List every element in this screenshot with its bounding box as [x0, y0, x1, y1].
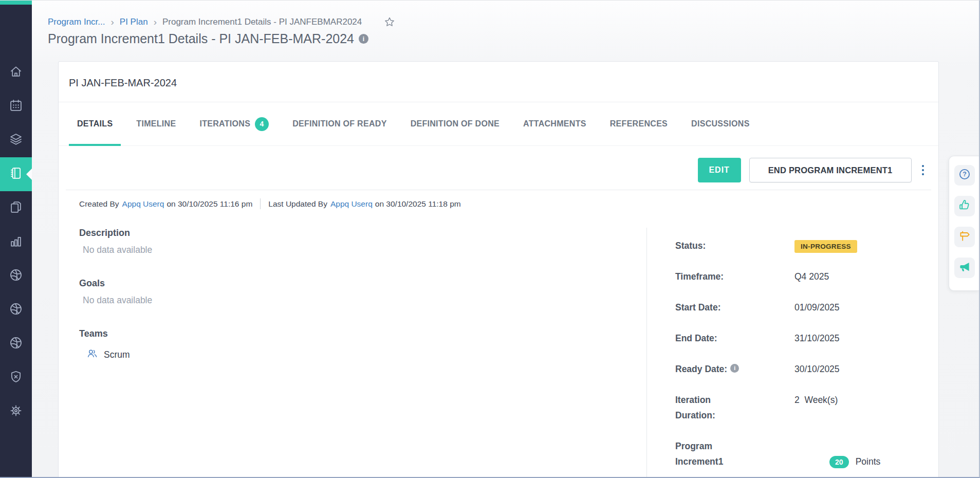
help-button[interactable]: ? — [954, 165, 975, 186]
sidebar — [0, 1, 32, 477]
sphere-icon — [9, 302, 23, 318]
svg-text:?: ? — [963, 171, 967, 178]
sidebar-item-notebook-active[interactable] — [0, 157, 32, 191]
property-row-end-date: End Date: 31/10/2025 — [675, 330, 938, 346]
sidebar-nav — [0, 56, 32, 429]
tab-attachments[interactable]: ATTACHMENTS — [515, 102, 595, 145]
end-date-value: 31/10/2025 — [794, 330, 840, 346]
sidebar-item-layers[interactable] — [0, 123, 32, 157]
guide-button[interactable] — [954, 227, 975, 247]
created-updated-line: Created By Appq Userq on 30/10/2025 11:1… — [59, 190, 938, 209]
updated-on-text: on 30/10/2025 11:18 pm — [375, 199, 461, 209]
start-date-label: Start Date: — [675, 300, 752, 315]
tab-details[interactable]: DETAILS — [69, 102, 121, 145]
sidebar-item-settings[interactable] — [0, 395, 32, 429]
team-users-icon — [86, 347, 98, 362]
timeframe-label: Timeframe: — [675, 269, 752, 284]
sidebar-item-reports[interactable] — [0, 225, 32, 259]
favorite-star-icon[interactable] — [383, 16, 396, 28]
iterations-count-badge: 4 — [255, 117, 269, 131]
tab-references[interactable]: REFERENCES — [602, 102, 676, 145]
page-title: Program Increment1 Details - PI JAN-FEB-… — [48, 31, 354, 46]
breadcrumb-program-increments[interactable]: Program Incr... — [48, 17, 105, 27]
action-buttons-row: EDIT END PROGRAM INCREMENT1 — [59, 158, 938, 182]
tab-iterations[interactable]: ITERATIONS 4 — [191, 102, 277, 145]
announcements-button[interactable] — [954, 258, 975, 278]
breadcrumb: Program Incr... › PI Plan › Program Incr… — [48, 16, 396, 28]
feedback-button[interactable] — [954, 196, 975, 216]
sphere-icon — [9, 268, 23, 284]
details-tab-panel: EDIT END PROGRAM INCREMENT1 Created By A… — [59, 146, 938, 478]
program-increment-points-label: Program Increment1 — [675, 438, 752, 478]
breadcrumb-pi-plan[interactable]: PI Plan — [120, 17, 148, 27]
page-title-row: Program Increment1 Details - PI JAN-FEB-… — [48, 31, 368, 46]
card-title: PI JAN-FEB-MAR-2024 — [59, 62, 938, 102]
property-row-ready-date: Ready Date:i 30/10/2025 — [675, 361, 938, 377]
goals-heading: Goals — [79, 278, 646, 289]
thumbs-up-icon — [958, 198, 971, 214]
property-row-status: Status: IN-PROGRESS — [675, 238, 938, 253]
sidebar-accent-bar — [0, 1, 32, 5]
points-count-badge: 20 — [829, 456, 849, 468]
end-program-increment-button[interactable]: END PROGRAM INCREMENT1 — [749, 158, 912, 182]
notebook-icon — [9, 166, 23, 182]
goals-section: Goals No data available — [79, 278, 646, 306]
status-badge: IN-PROGRESS — [794, 240, 857, 253]
edit-button[interactable]: EDIT — [698, 158, 741, 182]
property-row-pi-points: Program Increment1 20Points — [675, 438, 938, 478]
shield-x-icon — [9, 370, 23, 386]
sidebar-item-sphere-2[interactable] — [0, 293, 32, 327]
gear-icon — [9, 403, 23, 420]
page-info-icon[interactable]: i — [359, 34, 368, 44]
sidebar-item-sphere-1[interactable] — [0, 259, 32, 293]
signpost-icon — [958, 229, 971, 245]
ready-date-label: Ready Date:i — [675, 361, 752, 377]
ready-date-info-icon[interactable]: i — [730, 364, 739, 373]
property-row-start-date: Start Date: 01/09/2025 — [675, 300, 938, 315]
sidebar-item-security[interactable] — [0, 361, 32, 395]
help-panel: ? — [949, 156, 979, 291]
updated-by-label: Last Updated By — [268, 199, 327, 209]
tab-definition-of-done[interactable]: DEFINITION OF DONE — [402, 102, 508, 145]
description-section: Description No data available — [79, 228, 646, 255]
iteration-duration-label: Iteration Duration: — [675, 392, 752, 423]
breadcrumb-separator: › — [154, 16, 157, 28]
team-item-scrum[interactable]: Scrum — [86, 347, 646, 362]
bar-chart-icon — [9, 234, 23, 250]
home-icon — [9, 64, 23, 81]
sidebar-item-pages[interactable] — [0, 191, 32, 225]
sphere-icon — [9, 336, 23, 352]
layers-icon — [9, 132, 23, 149]
sidebar-item-calendar[interactable] — [0, 89, 32, 123]
created-by-label: Created By — [79, 199, 119, 209]
team-name: Scrum — [104, 350, 130, 360]
pages-icon — [9, 200, 23, 216]
right-column-properties: Status: IN-PROGRESS Timeframe: Q4 2025 S… — [646, 228, 938, 478]
teams-heading: Teams — [79, 328, 646, 339]
start-date-value: 01/09/2025 — [794, 300, 840, 315]
question-icon: ? — [958, 168, 971, 183]
created-on-text: on 30/10/2025 11:16 pm — [167, 199, 252, 209]
more-options-kebab-icon[interactable] — [920, 162, 927, 179]
created-by-user-link[interactable]: Appq Userq — [122, 199, 164, 209]
property-row-iteration-duration: Iteration Duration: 2 Week(s) — [675, 392, 938, 423]
tab-discussions[interactable]: DISCUSSIONS — [683, 102, 758, 145]
sidebar-item-sphere-3[interactable] — [0, 327, 32, 361]
tab-timeline[interactable]: TIMELINE — [128, 102, 184, 145]
main-area: Program Incr... › PI Plan › Program Incr… — [32, 1, 979, 477]
status-label: Status: — [675, 238, 752, 253]
left-column: Description No data available Goals No d… — [59, 228, 646, 478]
property-row-timeframe: Timeframe: Q4 2025 — [675, 269, 938, 284]
sidebar-item-home[interactable] — [0, 56, 32, 89]
end-date-label: End Date: — [675, 330, 752, 346]
breadcrumb-separator: › — [110, 16, 114, 28]
teams-section: Teams Scrum — [79, 328, 646, 362]
points-unit: Points — [856, 456, 881, 467]
active-item-notch — [26, 169, 32, 180]
pi-details-card: PI JAN-FEB-MAR-2024 DETAILS TIMELINE ITE… — [58, 61, 939, 478]
description-empty-text: No data available — [83, 245, 646, 255]
tab-definition-of-ready[interactable]: DEFINITION OF READY — [284, 102, 395, 145]
timeframe-value: Q4 2025 — [794, 269, 829, 284]
tab-bar: DETAILS TIMELINE ITERATIONS 4 DEFINITION… — [59, 102, 938, 146]
updated-by-user-link[interactable]: Appq Userq — [330, 199, 373, 209]
